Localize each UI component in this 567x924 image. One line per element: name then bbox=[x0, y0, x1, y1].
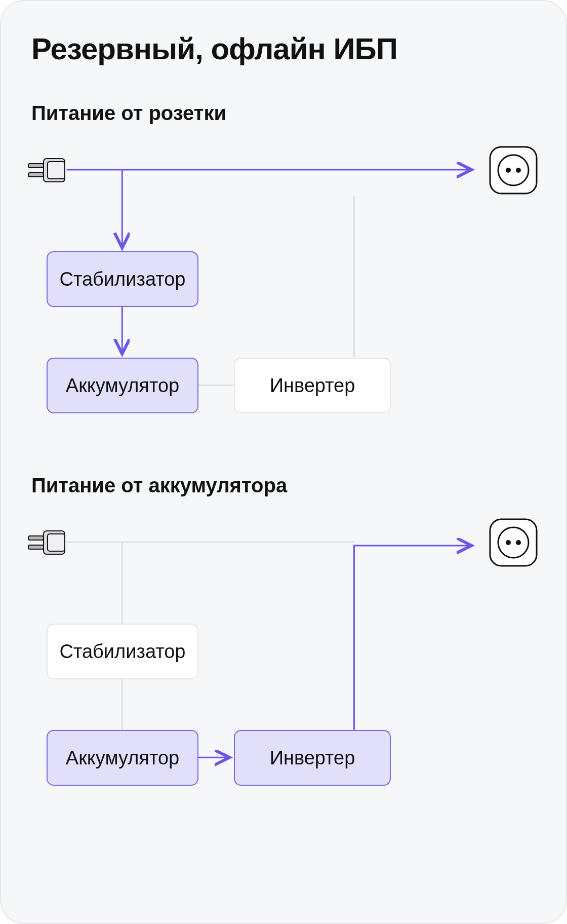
main-title: Резервный, офлайн ИБП bbox=[31, 31, 536, 66]
inverter-label: Инвертер bbox=[270, 747, 355, 769]
section2-subtitle: Питание от аккумулятора bbox=[31, 474, 536, 497]
stabilizer-label: Стабилизатор bbox=[60, 268, 186, 290]
socket-icon bbox=[488, 145, 539, 196]
battery-box: Аккумулятор bbox=[47, 730, 198, 786]
svg-point-14 bbox=[506, 540, 511, 545]
battery-label: Аккумулятор bbox=[66, 747, 179, 769]
svg-rect-2 bbox=[28, 164, 44, 168]
svg-rect-10 bbox=[28, 536, 44, 540]
diagram-mains-power: Стабилизатор Аккумулятор Инвертер bbox=[31, 145, 536, 439]
svg-rect-11 bbox=[28, 545, 44, 549]
svg-rect-12 bbox=[490, 519, 537, 566]
ups-diagram-card: Резервный, офлайн ИБП Питание от розетки bbox=[0, 0, 567, 924]
svg-rect-4 bbox=[490, 147, 537, 194]
stabilizer-box: Стабилизатор bbox=[47, 624, 198, 679]
battery-label: Аккумулятор bbox=[66, 375, 179, 397]
plug-icon bbox=[24, 525, 70, 560]
battery-box: Аккумулятор bbox=[47, 358, 198, 413]
stabilizer-box: Стабилизатор bbox=[47, 251, 198, 307]
plug-icon bbox=[24, 152, 70, 188]
stabilizer-label: Стабилизатор bbox=[60, 641, 186, 663]
inverter-label: Инвертер bbox=[270, 375, 355, 397]
inverter-box: Инвертер bbox=[234, 358, 391, 413]
svg-rect-1 bbox=[48, 162, 65, 179]
svg-rect-9 bbox=[48, 534, 65, 551]
svg-point-6 bbox=[506, 168, 511, 173]
svg-point-7 bbox=[516, 168, 521, 173]
section1-subtitle: Питание от розетки bbox=[31, 102, 536, 125]
inverter-box: Инвертер bbox=[234, 730, 391, 786]
diagram-battery-power: Стабилизатор Аккумулятор Инвертер bbox=[31, 517, 536, 811]
svg-point-15 bbox=[516, 540, 521, 545]
socket-icon bbox=[488, 517, 539, 568]
svg-rect-3 bbox=[28, 173, 44, 177]
